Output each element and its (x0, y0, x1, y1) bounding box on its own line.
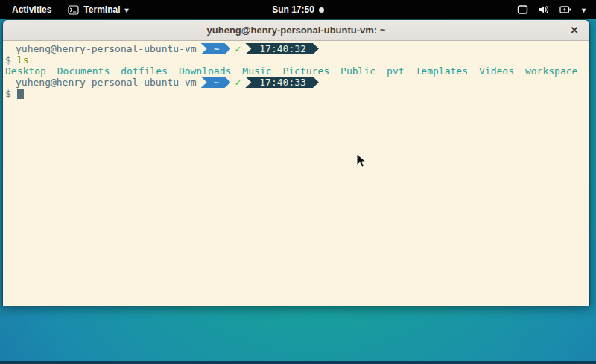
window-title: yuheng@henry-personal-ubuntu-vm: ~ (207, 25, 386, 36)
ls-entry: Desktop (5, 66, 46, 77)
app-menu-terminal[interactable]: Terminal ▾ (68, 4, 128, 15)
prompt-time-segment: 17:40:32 (245, 43, 319, 54)
desktop-bottom-strip (0, 361, 596, 364)
screen-icon (517, 4, 528, 15)
prompt-user: yuheng@henry-personal-ubuntu-vm (16, 43, 197, 54)
prompt-line: yuheng@henry-personal-ubuntu-vm ~ ✓ 17:4… (3, 77, 589, 88)
prompt-line: yuheng@henry-personal-ubuntu-vm ~ ✓ 17:4… (3, 43, 589, 54)
ls-entry: Music (242, 66, 271, 77)
close-button[interactable]: ✕ (567, 23, 582, 38)
ls-entry: Videos (479, 66, 514, 77)
current-input-line: $ (3, 88, 589, 99)
ls-output-line: Desktop Documents dotfiles Downloads Mus… (3, 66, 589, 77)
activities-button[interactable]: Activities (9, 3, 54, 16)
prompt-path-segment: ~ (201, 43, 231, 54)
text-cursor-block (17, 89, 24, 99)
terminal-content[interactable]: yuheng@henry-personal-ubuntu-vm ~ ✓ 17:4… (3, 41, 589, 306)
prompt-dollar: $ (5, 54, 11, 66)
ls-entry: workspace (525, 66, 577, 77)
recording-indicator-icon (319, 7, 324, 13)
prompt-dollar: $ (5, 88, 11, 99)
window-titlebar[interactable]: yuheng@henry-personal-ubuntu-vm: ~ ✕ (3, 20, 589, 41)
prompt-status-check-icon: ✓ (235, 77, 241, 88)
ls-entry: Pictures (282, 66, 329, 77)
prompt-path-segment: ~ (201, 77, 231, 88)
ls-entry: Templates (416, 66, 468, 77)
app-menu-label: Terminal (83, 4, 120, 15)
ls-entry: pvt (387, 66, 404, 77)
ls-entry: Documents (57, 66, 110, 77)
command-text: ls (17, 54, 29, 66)
clock[interactable]: Sun 17:50 (272, 4, 314, 15)
system-menu-chevron-icon: ▾ (582, 6, 586, 14)
terminal-window: yuheng@henry-personal-ubuntu-vm: ~ ✕ yuh… (2, 19, 590, 306)
terminal-icon (68, 5, 79, 15)
system-status-area[interactable]: ▾ (517, 4, 596, 15)
battery-charging-icon (559, 4, 572, 15)
volume-icon (538, 4, 550, 15)
top-bar: Activities Terminal ▾ Sun 17:50 (0, 0, 596, 19)
prompt-user: yuheng@henry-personal-ubuntu-vm (16, 77, 197, 88)
top-bar-left: Activities Terminal ▾ (0, 3, 129, 16)
desktop: { "topbar": { "activities_label": "Activ… (0, 0, 596, 364)
ls-entry: dotfiles (121, 66, 168, 77)
command-line: $ ls (3, 54, 589, 66)
prompt-status-check-icon: ✓ (235, 43, 241, 54)
chevron-down-icon: ▾ (124, 6, 128, 14)
ls-entry: Public (340, 66, 375, 77)
ls-entry: Downloads (179, 66, 231, 77)
prompt-time-segment: 17:40:33 (245, 77, 319, 88)
